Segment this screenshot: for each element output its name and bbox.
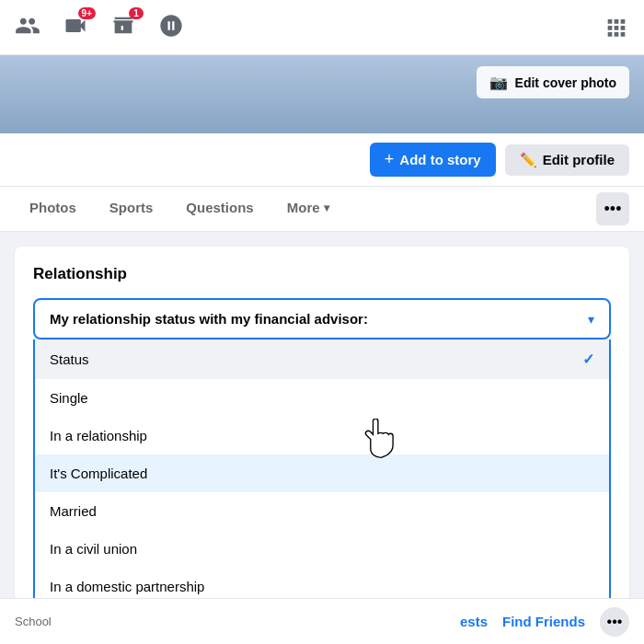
dropdown-selector-text: My relationship status with my financial… [50,311,368,327]
find-friends-link[interactable]: Find Friends [502,614,585,629]
store-icon[interactable]: 1 [110,13,136,42]
bottom-dots-label: ••• [607,614,623,630]
cover-photo-area: 📷 Edit cover photo [0,55,644,133]
tab-more[interactable]: More ▾ [272,187,344,231]
relationship-card: Relationship My relationship status with… [15,247,629,644]
edit-profile-button[interactable]: ✏️ Edit profile [505,144,629,176]
tab-dots-label: ••• [604,200,622,219]
profile-tabs-bar: Photos Sports Questions More ▾ ••• [0,187,644,232]
relationship-title: Relationship [33,265,611,283]
tab-sports[interactable]: Sports [95,187,168,231]
tab-photos[interactable]: Photos [15,187,91,231]
dropdown-item-single[interactable]: Single [35,379,609,417]
bottom-left-text: School [15,615,445,628]
pencil-icon: ✏️ [520,152,537,168]
video-badge: 9+ [78,7,96,19]
video-icon[interactable]: 9+ [63,13,88,42]
edit-cover-label: Edit cover photo [515,75,616,90]
dropdown-item-its-complicated[interactable]: It's Complicated [35,454,609,492]
dropdown-item-label: In a civil union [50,541,137,557]
store-badge: 1 [129,7,144,19]
tab-dots-button[interactable]: ••• [596,192,629,225]
requests-link[interactable]: ests [460,614,488,629]
dropdown-item-label: Single [50,390,88,406]
top-navigation: 9+ 1 [0,0,644,55]
add-to-story-button[interactable]: + Add to story [370,143,496,177]
tab-questions[interactable]: Questions [171,187,268,231]
tab-questions-label: Questions [186,200,253,215]
dropdown-item-label: In a domestic partnership [50,579,204,594]
bottom-bar: School ests Find Friends ••• [0,598,644,644]
chevron-down-icon: ▾ [324,201,329,214]
profile-action-row: + Add to story ✏️ Edit profile [0,133,644,187]
plus-icon: + [385,150,395,169]
tab-photos-label: Photos [29,200,76,215]
friends-icon[interactable] [158,13,184,42]
people-icon[interactable] [15,13,40,42]
dropdown-item-label: In a relationship [50,428,147,443]
camera-icon: 📷 [489,74,508,91]
dropdown-item-status[interactable]: Status ✓ [35,339,609,379]
dropdown-item-in-a-relationship[interactable]: In a relationship [35,417,609,454]
dropdown-item-label: Married [50,503,97,519]
dropdown-item-label: It's Complicated [50,466,147,481]
dropdown-item-married[interactable]: Married [35,492,609,530]
dropdown-item-civil-union[interactable]: In a civil union [35,530,609,568]
edit-cover-photo-button[interactable]: 📷 Edit cover photo [477,66,629,98]
checkmark-icon: ✓ [582,351,594,368]
dropdown-item-label: Status [50,351,89,367]
grid-icon[interactable] [604,13,629,42]
relationship-dropdown-selector[interactable]: My relationship status with my financial… [33,298,611,339]
add-to-story-label: Add to story [399,152,480,167]
tab-sports-label: Sports [109,200,154,215]
nav-icons-left: 9+ 1 [15,13,184,42]
tab-more-label: More [287,200,320,215]
main-content-area: Relationship My relationship status with… [0,232,644,644]
dropdown-arrow-icon: ▾ [588,312,594,327]
edit-profile-label: Edit profile [543,152,615,167]
bottom-dots-button[interactable]: ••• [600,607,629,637]
